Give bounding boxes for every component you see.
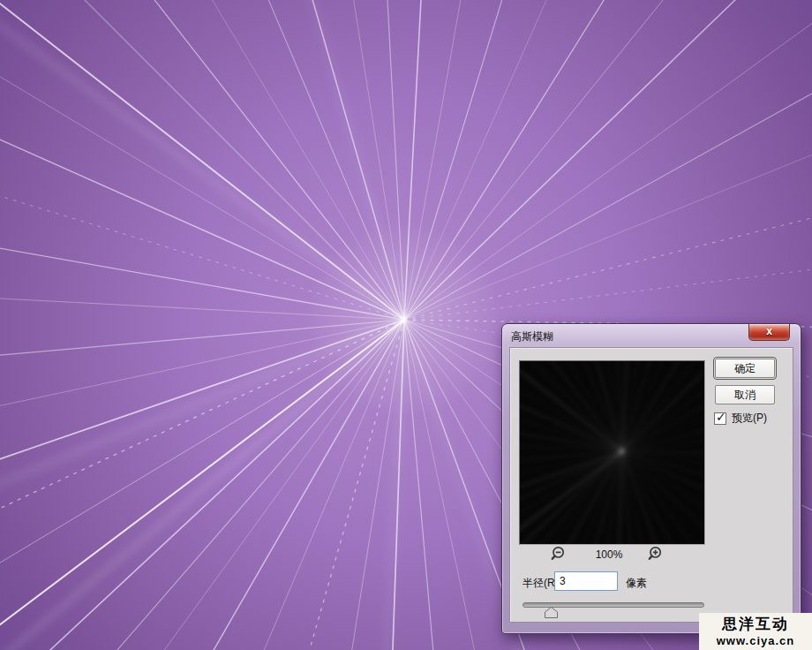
zoom-out-icon[interactable] xyxy=(551,546,568,563)
gaussian-blur-dialog: 高斯模糊 x 确定 取消 ✓ 预览(P) 100% xyxy=(501,323,801,634)
zoom-level-text: 100% xyxy=(584,548,634,561)
ok-button[interactable]: 确定 xyxy=(715,359,775,378)
dialog-content: 确定 取消 ✓ 预览(P) 100% 半径(R): 像素 xyxy=(509,347,793,623)
cancel-button[interactable]: 取消 xyxy=(715,385,775,404)
dialog-title: 高斯模糊 xyxy=(511,329,553,344)
zoom-in-icon[interactable] xyxy=(648,546,665,563)
dialog-titlebar[interactable]: 高斯模糊 x xyxy=(502,324,801,347)
check-icon: ✓ xyxy=(716,410,726,424)
preview-checkbox[interactable]: ✓ xyxy=(714,412,726,425)
watermark-name: 思洋互动 xyxy=(699,615,812,634)
blur-preview-image[interactable] xyxy=(519,360,705,545)
radius-slider-thumb[interactable] xyxy=(545,607,558,618)
close-icon[interactable]: x xyxy=(748,324,790,341)
watermark: 思洋互动 www.ciya.cn xyxy=(699,613,812,650)
radius-unit-label: 像素 xyxy=(626,576,647,591)
preview-checkbox-row: ✓ 预览(P) xyxy=(714,412,767,425)
watermark-url: www.ciya.cn xyxy=(699,634,812,647)
radius-input[interactable] xyxy=(554,571,618,591)
preview-checkbox-label: 预览(P) xyxy=(732,411,767,426)
